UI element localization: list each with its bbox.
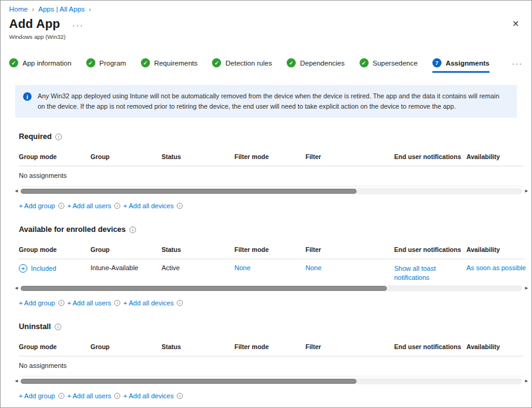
tab-detection-rules[interactable]: ✓ Detection rules — [212, 58, 272, 73]
step-number-badge: 7 — [432, 58, 442, 67]
add-group-link[interactable]: + Add group — [19, 202, 55, 209]
close-icon[interactable]: ✕ — [512, 19, 519, 28]
scrollbar-track[interactable] — [21, 285, 522, 291]
no-assignments-text: No assignments — [19, 362, 67, 369]
add-all-devices-link[interactable]: + Add all devices — [123, 202, 174, 209]
scroll-left-icon[interactable]: ◄ — [14, 189, 19, 194]
scroll-left-icon[interactable]: ◄ — [14, 379, 19, 384]
scroll-right-icon[interactable]: ► — [524, 379, 529, 384]
col-group-mode: Group mode — [19, 246, 90, 253]
chevron-right-icon: › — [32, 6, 34, 13]
plus-circle-icon: + — [19, 264, 27, 273]
check-icon: ✓ — [212, 58, 221, 67]
info-icon[interactable]: i — [177, 393, 183, 399]
breadcrumb: Home › Apps | All Apps › — [9, 5, 523, 13]
col-filter-mode: Filter mode — [234, 343, 305, 350]
horizontal-scrollbar[interactable]: ◄ ► — [14, 188, 529, 195]
add-all-users-link[interactable]: + Add all users — [67, 299, 111, 307]
section-title: Uninstall — [19, 322, 51, 331]
tab-supersedence[interactable]: ✓ Supersedence — [360, 58, 418, 73]
scrollbar-thumb[interactable] — [21, 379, 357, 384]
add-all-users-link[interactable]: + Add all users — [67, 202, 111, 209]
table-header-row: Group mode Group Status Filter mode Filt… — [19, 343, 524, 356]
info-icon[interactable]: i — [177, 203, 183, 209]
filter-mode-link[interactable]: None — [234, 264, 305, 271]
col-status: Status — [162, 153, 234, 160]
page-title: Add App — [9, 17, 60, 31]
add-all-users-link[interactable]: + Add all users — [67, 392, 111, 399]
info-icon[interactable]: i — [55, 134, 62, 140]
info-icon[interactable]: i — [114, 300, 120, 306]
info-icon[interactable]: i — [129, 226, 136, 233]
tab-app-information[interactable]: ✓ App information — [9, 58, 72, 73]
scrollbar-track[interactable] — [21, 378, 522, 384]
tab-program[interactable]: ✓ Program — [86, 58, 126, 73]
section-header: Uninstall i — [19, 322, 524, 331]
assignment-actions: + Add group i + Add all users i + Add al… — [19, 299, 524, 307]
title-row: Add App ··· — [9, 17, 523, 31]
breadcrumb-home[interactable]: Home — [9, 5, 28, 13]
section-header: Available for enrolled devices i — [19, 225, 524, 234]
col-end-user-notifications: End user notifications — [394, 153, 466, 160]
table-header-row: Group mode Group Status Filter mode Filt… — [19, 153, 524, 166]
info-icon[interactable]: i — [58, 203, 64, 209]
check-icon: ✓ — [360, 58, 369, 67]
col-filter-mode: Filter mode — [234, 246, 305, 253]
col-end-user-notifications: End user notifications — [394, 246, 466, 253]
info-icon[interactable]: i — [114, 203, 120, 209]
chevron-right-icon: › — [89, 6, 91, 13]
availability-link[interactable]: As soon as possible — [466, 264, 526, 271]
section-title: Available for enrolled devices — [19, 225, 126, 234]
info-icon[interactable]: i — [114, 393, 120, 399]
table-header-row: Group mode Group Status Filter mode Filt… — [19, 246, 524, 259]
tab-dependencies[interactable]: ✓ Dependencies — [287, 58, 345, 73]
col-group: Group — [90, 246, 162, 253]
check-icon: ✓ — [287, 58, 296, 67]
info-icon[interactable]: i — [58, 393, 64, 399]
section-title: Required — [19, 132, 52, 141]
col-status: Status — [162, 246, 234, 253]
add-all-devices-link[interactable]: + Add all devices — [123, 392, 174, 399]
col-filter: Filter — [305, 246, 394, 253]
banner-text: Any Win32 app deployed using Intune will… — [38, 91, 508, 111]
group-mode-cell[interactable]: + Included — [19, 264, 90, 273]
scrollbar-track[interactable] — [21, 188, 522, 194]
title-more-icon[interactable]: ··· — [72, 18, 84, 30]
info-banner: i Any Win32 app deployed using Intune wi… — [15, 85, 517, 118]
col-filter: Filter — [305, 343, 394, 350]
add-all-devices-link[interactable]: + Add all devices — [123, 299, 174, 307]
add-group-link[interactable]: + Add group — [19, 392, 55, 399]
add-app-page: Home › Apps | All Apps › Add App ··· Win… — [1, 1, 531, 399]
info-icon[interactable]: i — [177, 300, 183, 306]
horizontal-scrollbar[interactable]: ◄ ► — [14, 378, 529, 385]
tabs-overflow-icon[interactable]: ··· — [512, 59, 523, 73]
scroll-right-icon[interactable]: ► — [524, 189, 529, 194]
info-icon[interactable]: i — [58, 300, 64, 306]
scroll-left-icon[interactable]: ◄ — [14, 286, 19, 291]
status-cell: Active — [162, 264, 234, 271]
tab-label: Assignments — [446, 59, 489, 67]
end-user-notifications-link[interactable]: Show all toast notifications — [394, 264, 466, 282]
scrollbar-thumb[interactable] — [21, 189, 357, 194]
tab-label: Requirements — [154, 59, 198, 67]
breadcrumb-apps-all-apps[interactable]: Apps | All Apps — [38, 5, 85, 13]
horizontal-scrollbar[interactable]: ◄ ► — [14, 285, 529, 292]
info-icon: i — [23, 92, 32, 101]
col-filter: Filter — [305, 153, 394, 160]
section-required: Required i Group mode Group Status Filte… — [19, 132, 524, 209]
scroll-right-icon[interactable]: ► — [524, 286, 529, 291]
tab-requirements[interactable]: ✓ Requirements — [141, 58, 198, 73]
add-group-link[interactable]: + Add group — [19, 299, 55, 307]
filter-link[interactable]: None — [305, 264, 394, 271]
included-link[interactable]: Included — [31, 265, 56, 272]
app-type-subtitle: Windows app (Win32) — [9, 33, 523, 40]
section-available-for-enrolled-devices: Available for enrolled devices i Group m… — [19, 225, 524, 307]
assignment-actions: + Add group i + Add all users i + Add al… — [19, 202, 524, 209]
tab-assignments[interactable]: 7 Assignments — [432, 58, 489, 73]
info-icon[interactable]: i — [55, 324, 61, 330]
section-header: Required i — [19, 132, 524, 141]
check-icon: ✓ — [9, 58, 18, 67]
scrollbar-thumb[interactable] — [21, 286, 387, 291]
col-availability: Availability — [466, 246, 524, 253]
tab-label: Detection rules — [225, 59, 272, 67]
